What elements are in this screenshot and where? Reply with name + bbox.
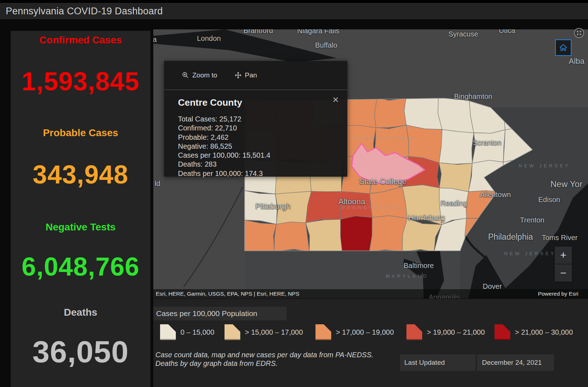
pan-arrows-icon	[235, 72, 242, 79]
map-attribution: Esri, HERE, Garmin, USGS, EPA, NPS | Esr…	[153, 289, 588, 298]
close-icon[interactable]: ×	[332, 94, 339, 105]
deaths-value: 36,050	[11, 334, 150, 369]
legend-label-1: > 15,000 – 17,000	[245, 328, 303, 336]
legend-item-2: > 17,000 – 19,000	[315, 324, 394, 340]
pan-label: Pan	[245, 71, 257, 79]
negative-tests-label: Negative Tests	[11, 221, 150, 233]
dashboard-screen: Pennsylvania COVID-19 Dashboard Confirme…	[0, 0, 588, 387]
state-border-line	[184, 187, 243, 287]
powered-by-esri[interactable]: Powered by Esri	[538, 291, 578, 297]
legend-label-0: 0 – 15,000	[180, 328, 215, 336]
probable-cases-value: 343,948	[11, 160, 150, 189]
popup-title: Centre County	[178, 97, 347, 108]
county-cell[interactable]	[439, 129, 474, 164]
page-title: Pennsylvania COVID-19 Dashboard	[6, 6, 163, 17]
popup-stat-line: Deaths per 100,000: 174.3	[178, 169, 347, 178]
legend-panel: Cases per 100,000 Population 0 – 15,000>…	[153, 299, 588, 387]
legend-swatch-2	[315, 324, 331, 340]
legend-item-4: > 21,000 – 30,000	[495, 324, 573, 340]
zoom-in-button[interactable]: +	[555, 247, 572, 264]
county-cell[interactable]	[242, 191, 277, 224]
confirmed-cases-label: Confirmed Cases	[11, 34, 150, 46]
last-updated-value-box: December 24, 2021	[477, 354, 554, 371]
popup-zoom-to-button[interactable]: Zoom to	[182, 71, 217, 79]
legend-swatch-4	[495, 324, 510, 340]
county-cell[interactable]	[472, 130, 505, 163]
legend-item-3: > 19,000 – 21,000	[406, 324, 485, 340]
popup-stat-line: Deaths: 283	[178, 160, 347, 169]
legend-item-1: > 15,000 – 17,000	[225, 324, 303, 340]
popup-stats-list: Total Cases: 25,172Confirmed: 22,710Prob…	[178, 115, 347, 178]
map-area[interactable]: PENNSYLVANIAPENNSYLVANIANEW JERSEYNEW JE…	[153, 29, 588, 298]
popup-stat-line: Cases per 100,000: 15,501.4	[178, 151, 347, 160]
last-updated-value: December 24, 2021	[482, 359, 542, 367]
zoom-out-button[interactable]: −	[555, 264, 572, 282]
popup-stat-line: Negative: 86,525	[178, 142, 347, 151]
top-strip	[0, 0, 588, 3]
magnifier-plus-icon	[182, 72, 189, 79]
header-bar: Pennsylvania COVID-19 Dashboard	[0, 3, 588, 20]
last-updated-label: Last Updated	[404, 359, 445, 367]
expand-arrows-icon	[577, 30, 582, 35]
map-popup: Zoom to Pan Centre County × Total Cases:…	[164, 61, 347, 177]
county-cell[interactable]	[439, 163, 472, 192]
legend-swatch-1	[225, 324, 240, 340]
county-cell[interactable]	[375, 98, 406, 128]
stats-panel: Confirmed Cases 1,593,845 Probable Cases…	[11, 31, 150, 387]
county-cell[interactable]	[404, 96, 442, 130]
legend-swatch-3	[406, 324, 422, 340]
home-icon	[559, 43, 568, 52]
popup-actions: Zoom to Pan	[164, 61, 347, 90]
negative-tests-value: 6,048,766	[11, 252, 150, 281]
popup-stat-line: Probable: 2,462	[178, 133, 347, 142]
popup-stat-line: Total Cases: 25,172	[178, 115, 347, 124]
popup-pan-button[interactable]: Pan	[235, 71, 257, 79]
popup-body: Centre County × Total Cases: 25,172Confi…	[164, 90, 347, 178]
legend-label-3: > 19,000 – 21,000	[427, 328, 485, 336]
county-cell[interactable]	[306, 219, 343, 252]
expand-button[interactable]	[574, 28, 584, 38]
county-cell[interactable]	[274, 222, 309, 252]
county-cell[interactable]	[438, 97, 474, 133]
county-cell[interactable]	[341, 216, 372, 254]
last-updated-label-box: Last Updated	[400, 354, 476, 371]
zoom-control: + −	[555, 247, 572, 282]
confirmed-cases-value: 1,593,845	[11, 67, 150, 96]
zoom-to-label: Zoom to	[192, 71, 217, 79]
probable-cases-label: Probable Cases	[11, 127, 150, 139]
county-cell[interactable]	[370, 216, 408, 252]
legend-label-2: > 17,000 – 19,000	[336, 328, 394, 336]
data-source-note: Case count data, map and new cases per d…	[155, 350, 392, 368]
county-cell[interactable]	[306, 191, 342, 223]
legend-label-4: > 21,000 – 30,000	[515, 328, 573, 336]
legend-item-0: 0 – 15,000	[160, 324, 215, 340]
legend-title-strip: Cases per 100,000 Population	[153, 307, 286, 320]
popup-stat-line: Confirmed: 22,710	[178, 124, 347, 133]
county-cell[interactable]	[244, 220, 276, 253]
home-button[interactable]	[555, 39, 572, 56]
legend-swatch-0	[160, 324, 176, 340]
attribution-text: Esri, HERE, Garmin, USGS, EPA, NPS | Esr…	[156, 291, 299, 297]
deaths-label: Deaths	[11, 307, 150, 318]
legend-title: Cases per 100,000 Population	[156, 309, 257, 318]
